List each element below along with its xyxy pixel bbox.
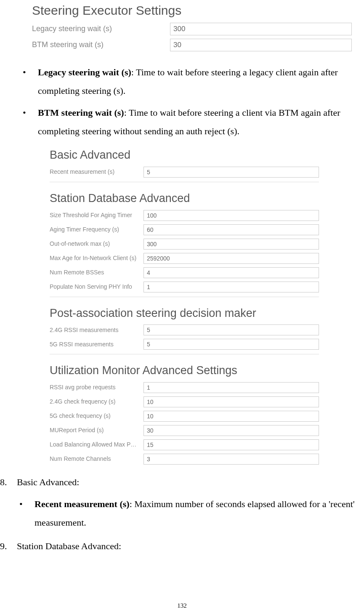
24g-check-frequency-input[interactable] (143, 396, 319, 407)
panel-heading: Utilization Monitor Advanced Settings (50, 361, 319, 379)
station-database-advanced-panel: Station Database Advanced Size Threshold… (50, 189, 319, 300)
legacy-steering-wait-input[interactable] (170, 23, 352, 35)
panel-heading: Basic Advanced (50, 146, 319, 163)
setting-row: Aging Timer Frequency (s) (50, 223, 319, 237)
setting-label: RSSI avg probe requests (50, 383, 140, 392)
setting-row: Size Threshold For Aging Timer (50, 208, 319, 223)
post-association-steering-panel: Post-association steering decision maker… (50, 304, 319, 357)
steering-executor-settings-panel: Steering Executor Settings Legacy steeri… (32, 0, 352, 56)
5g-rssi-measurements-input[interactable] (143, 339, 319, 350)
setting-row: MUReport Period (s) (50, 423, 319, 438)
bullet-recent-measurement: Recent measurement (s): Maximum number o… (17, 495, 364, 532)
item-text: Basic Advanced: (17, 477, 79, 487)
aging-timer-frequency-input[interactable] (143, 224, 319, 235)
description-bullets: Legacy steering wait (s): Time to wait b… (0, 63, 364, 141)
page-number: 132 (0, 600, 364, 612)
setting-row: BTM steering wait (s) (32, 37, 352, 53)
setting-row: Num Remote BSSes (50, 266, 319, 280)
load-balancing-allowed-max-input[interactable] (143, 439, 319, 450)
setting-label: MUReport Period (s) (50, 426, 140, 435)
setting-row: Legacy steering wait (s) (32, 21, 352, 37)
numbered-item-9: 9. Station Database Advanced: (0, 537, 364, 556)
setting-label: Populate Non Serving PHY Info (50, 283, 140, 291)
setting-row: RSSI avg probe requests (50, 380, 319, 395)
populate-non-serving-phy-input[interactable] (143, 282, 319, 292)
numbered-list: 8. Basic Advanced: Recent measurement (s… (0, 473, 364, 556)
mureport-period-input[interactable] (143, 425, 319, 436)
setting-label: 2.4G RSSI measurements (50, 326, 140, 335)
setting-row: Recent measurement (s) (50, 165, 319, 179)
setting-label: Num Remote Channels (50, 455, 140, 463)
bullet-term: BTM steering wait (s) (38, 107, 124, 118)
size-threshold-aging-timer-input[interactable] (143, 210, 319, 221)
bullet-term: Legacy steering wait (s) (38, 67, 131, 77)
num-remote-channels-input[interactable] (143, 454, 319, 465)
divider (50, 182, 319, 182)
rssi-avg-probe-requests-input[interactable] (143, 382, 319, 393)
setting-label: Load Balancing Allowed Max P… (50, 441, 140, 449)
setting-label: BTM steering wait (s) (32, 40, 167, 50)
setting-label: Legacy steering wait (s) (32, 24, 167, 34)
setting-label: Max Age for In-Network Client (s) (50, 254, 140, 263)
setting-label: Size Threshold For Aging Timer (50, 211, 140, 220)
bullet-legacy-steering-wait: Legacy steering wait (s): Time to wait b… (20, 63, 364, 100)
setting-row: 2.4G RSSI measurements (50, 323, 319, 337)
numbered-item-8: 8. Basic Advanced: Recent measurement (s… (0, 473, 364, 532)
setting-row: Load Balancing Allowed Max P… (50, 438, 319, 452)
setting-label: Out-of-network max (s) (50, 240, 140, 248)
utilization-monitor-advanced-panel: Utilization Monitor Advanced Settings RS… (50, 361, 319, 469)
divider (50, 297, 319, 297)
setting-label: 5G check frequency (s) (50, 412, 140, 420)
setting-row: Populate Non Serving PHY Info (50, 280, 319, 294)
item-text: Station Database Advanced: (17, 541, 121, 551)
bullet-term: Recent measurement (s) (35, 499, 130, 509)
max-age-in-network-client-input[interactable] (143, 253, 319, 264)
btm-steering-wait-input[interactable] (170, 39, 352, 51)
24g-rssi-measurements-input[interactable] (143, 324, 319, 335)
setting-row: 2.4G check frequency (s) (50, 395, 319, 409)
panel-heading: Station Database Advanced (50, 189, 319, 207)
setting-row: Num Remote Channels (50, 452, 319, 466)
setting-row: Out-of-network max (s) (50, 237, 319, 251)
divider (50, 354, 319, 354)
setting-label: 2.4G check frequency (s) (50, 398, 140, 406)
bullet-btm-steering-wait: BTM steering wait (s): Time to wait befo… (20, 104, 364, 141)
num-remote-bsses-input[interactable] (143, 267, 319, 278)
setting-label: 5G RSSI measurements (50, 340, 140, 349)
setting-label: Recent measurement (s) (50, 168, 140, 176)
setting-row: Max Age for In-Network Client (s) (50, 251, 319, 266)
item-number: 9. (0, 537, 7, 556)
setting-row: 5G check frequency (s) (50, 409, 319, 423)
out-of-network-max-input[interactable] (143, 239, 319, 250)
panel-heading: Steering Executor Settings (32, 0, 352, 19)
5g-check-frequency-input[interactable] (143, 411, 319, 422)
setting-label: Num Remote BSSes (50, 268, 140, 277)
setting-row: 5G RSSI measurements (50, 337, 319, 351)
item-number: 8. (0, 473, 7, 492)
setting-label: Aging Timer Frequency (s) (50, 226, 140, 234)
panel-heading: Post-association steering decision maker (50, 304, 319, 322)
recent-measurement-input[interactable] (143, 167, 319, 178)
basic-advanced-panel: Basic Advanced Recent measurement (s) (50, 146, 319, 185)
